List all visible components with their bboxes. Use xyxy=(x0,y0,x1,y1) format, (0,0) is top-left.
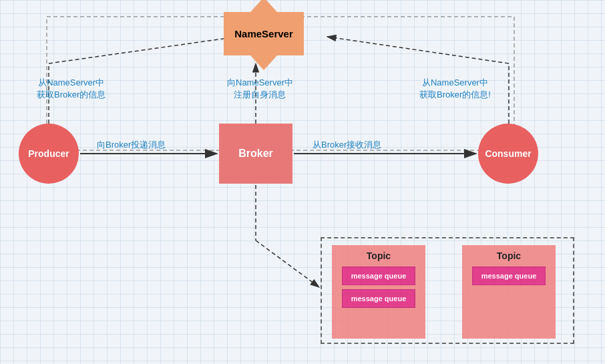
canvas: NameServer Producer Broker Consumer 向Bro… xyxy=(0,0,605,364)
mq-label-1: message queue xyxy=(351,272,407,280)
svg-line-6 xyxy=(49,37,237,63)
broker-node: Broker xyxy=(219,124,292,184)
message-queue-1: message queue xyxy=(342,266,415,285)
producer-node: Producer xyxy=(19,124,79,184)
topic-left-label: Topic xyxy=(367,250,391,261)
broker-label: Broker xyxy=(238,148,273,160)
topic-box-right: Topic message queue xyxy=(462,245,556,339)
label-broker-consumer: 从Broker接收消息 xyxy=(313,139,381,151)
label-consumer-nameserver: 从NameServer中获取Broker的信息! xyxy=(419,77,491,101)
svg-line-11 xyxy=(256,240,319,287)
message-queue-3: message queue xyxy=(472,266,546,285)
mq-label-3: message queue xyxy=(481,272,537,280)
label-producer-broker: 向Broker投递消息 xyxy=(97,139,166,151)
label-producer-nameserver: 从NameServer中获取Broker的信息 xyxy=(37,77,106,101)
nameserver-label: NameServer xyxy=(234,28,293,39)
consumer-node: Consumer xyxy=(478,124,538,184)
nameserver-shape: NameServer xyxy=(224,12,304,55)
consumer-label: Consumer xyxy=(485,148,531,159)
producer-label: Producer xyxy=(28,148,69,159)
nameserver-node: NameServer xyxy=(220,7,307,60)
topic-right-label: Topic xyxy=(497,250,521,261)
topic-box-left: Topic message queue message queue xyxy=(332,245,425,339)
svg-line-9 xyxy=(327,37,509,63)
message-queue-2: message queue xyxy=(342,289,415,308)
mq-label-2: message queue xyxy=(351,295,407,303)
topic-container: Topic message queue message queue Topic … xyxy=(321,237,574,344)
label-broker-nameserver: 向NameServer中注册自身消息 xyxy=(227,77,293,101)
